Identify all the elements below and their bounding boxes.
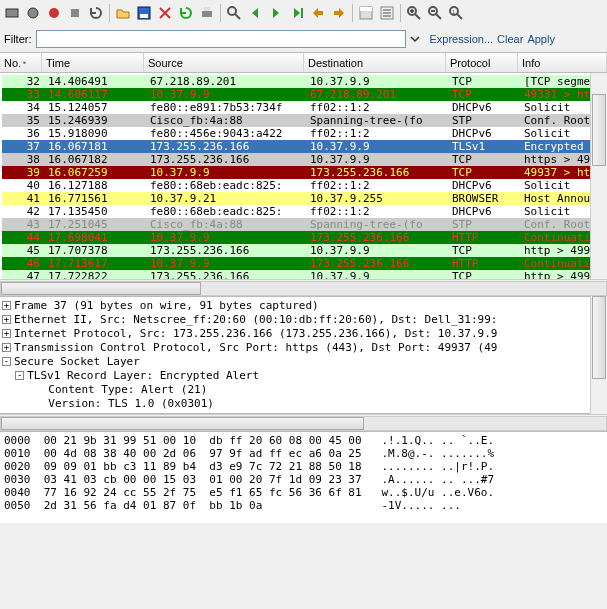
cell: 38	[2, 153, 44, 166]
tree-toggle-icon[interactable]: +	[2, 343, 11, 352]
cell: BROWSER	[448, 192, 520, 205]
tree-toggle-icon[interactable]: +	[2, 329, 11, 338]
clear-button[interactable]: Clear	[497, 33, 523, 45]
tree-toggle-icon[interactable]: +	[2, 301, 11, 310]
packet-bytes-pane[interactable]: 0000 00 21 9b 31 99 51 00 10 db ff 20 60…	[0, 431, 607, 523]
open-icon[interactable]	[113, 3, 133, 23]
cell: TCP	[448, 88, 520, 101]
go-jump-icon[interactable]	[287, 3, 307, 23]
tree-vertical-scrollbar[interactable]	[590, 296, 607, 414]
cell: 35	[2, 114, 44, 127]
cell: 17.698041	[44, 231, 146, 244]
cell: 17.251045	[44, 218, 146, 231]
packet-row[interactable]: 4517.707378173.255.236.16610.37.9.9TCPht…	[2, 244, 607, 257]
tree-node[interactable]: +Transmission Control Protocol, Src Port…	[2, 341, 607, 355]
cell: 67.218.89.201	[146, 75, 306, 88]
save-icon[interactable]	[134, 3, 154, 23]
packet-row[interactable]: 3615.918090fe80::456e:9043:a422ff02::1:2…	[2, 127, 607, 140]
packet-row[interactable]: 4016.127188fe80::68eb:eadc:825:ff02::1:2…	[2, 179, 607, 192]
tree-node[interactable]: Version: TLS 1.0 (0x0301)	[2, 397, 607, 411]
cell: 173.255.236.166	[146, 140, 306, 153]
cell: fe80::68eb:eadc:825:	[146, 179, 306, 192]
packet-row[interactable]: 3916.06725910.37.9.9173.255.236.166TCP49…	[2, 166, 607, 179]
svg-point-1	[28, 8, 38, 18]
packet-row[interactable]: 3314.60611710.37.9.967.218.89.201TCP4933…	[2, 88, 607, 101]
packet-row[interactable]: 4417.69804110.37.9.9173.255.236.166HTTPC…	[2, 231, 607, 244]
cell: fe80::68eb:eadc:825:	[146, 205, 306, 218]
tree-toggle-icon[interactable]: +	[2, 315, 11, 324]
svg-rect-11	[360, 7, 372, 11]
packet-row[interactable]: 4617.71361710.37.9.9173.255.236.166HTTPC…	[2, 257, 607, 270]
filter-input[interactable]	[36, 30, 406, 48]
horizontal-scrollbar[interactable]	[0, 279, 607, 296]
cell: 17.707378	[44, 244, 146, 257]
cell: 16.067259	[44, 166, 146, 179]
column-header-source[interactable]: Source	[144, 53, 304, 72]
close-icon[interactable]	[155, 3, 175, 23]
cell: DHCPv6	[448, 205, 520, 218]
sort-indicator-icon: ▪	[23, 58, 26, 67]
tree-node[interactable]: Content Type: Alert (21)	[2, 383, 607, 397]
hex-line: 0050 2d 31 56 fa d4 01 87 0f bb 1b 0a -1…	[4, 499, 603, 512]
tree-node[interactable]: +Frame 37 (91 bytes on wire, 91 bytes ca…	[2, 299, 607, 313]
packet-row[interactable]: 4217.135450fe80::68eb:eadc:825:ff02::1:2…	[2, 205, 607, 218]
zoom-out-icon[interactable]	[425, 3, 445, 23]
tree-label: Internet Protocol, Src: 173.255.236.166 …	[14, 327, 497, 340]
packet-row[interactable]: 3415.124057fe80::e891:7b53:734fff02::1:2…	[2, 101, 607, 114]
column-header-no[interactable]: No.▪	[0, 53, 42, 72]
cell: 10.37.9.9	[306, 244, 448, 257]
column-header-info[interactable]: Info	[518, 53, 607, 72]
packet-row[interactable]: 3214.40649167.218.89.20110.37.9.9TCP[TCP…	[2, 75, 607, 88]
packet-row[interactable]: 4116.77156110.37.9.2110.37.9.255BROWSERH…	[2, 192, 607, 205]
find-icon[interactable]	[224, 3, 244, 23]
capture-options-icon[interactable]	[23, 3, 43, 23]
cell: 16.067181	[44, 140, 146, 153]
column-header-destination[interactable]: Destination	[304, 53, 446, 72]
cell: 14.606117	[44, 88, 146, 101]
go-last-icon[interactable]	[329, 3, 349, 23]
packet-row[interactable]: 3515.246939Cisco_fb:4a:88Spanning-tree-(…	[2, 114, 607, 127]
go-next-icon[interactable]	[266, 3, 286, 23]
vertical-scrollbar[interactable]	[590, 73, 607, 279]
tree-label: Ethernet II, Src: Netscree_ff:20:60 (00:…	[14, 313, 497, 326]
column-header-time[interactable]: Time	[42, 53, 144, 72]
zoom-in-icon[interactable]	[404, 3, 424, 23]
capture-interfaces-icon[interactable]	[2, 3, 22, 23]
cell: 67.218.89.201	[306, 88, 448, 101]
expression-button[interactable]: Expression...	[430, 33, 494, 45]
tree-node[interactable]: -Secure Socket Layer	[2, 355, 607, 369]
cell: 16.771561	[44, 192, 146, 205]
tree-node[interactable]: +Internet Protocol, Src: 173.255.236.166…	[2, 327, 607, 341]
tree-horizontal-scrollbar[interactable]	[0, 414, 607, 431]
packet-row[interactable]: 3716.067181173.255.236.16610.37.9.9TLSv1…	[2, 140, 607, 153]
colorize-icon[interactable]	[356, 3, 376, 23]
cell: 44	[2, 231, 44, 244]
packet-details-pane[interactable]: +Frame 37 (91 bytes on wire, 91 bytes ca…	[0, 296, 607, 414]
tree-node[interactable]: -TLSv1 Record Layer: Encrypted Alert	[2, 369, 607, 383]
filter-dropdown-icon[interactable]	[410, 34, 426, 44]
cell: 16.067182	[44, 153, 146, 166]
column-header-protocol[interactable]: Protocol	[446, 53, 518, 72]
reload-icon[interactable]	[176, 3, 196, 23]
tree-node[interactable]: +Ethernet II, Src: Netscree_ff:20:60 (00…	[2, 313, 607, 327]
auto-scroll-icon[interactable]	[377, 3, 397, 23]
print-icon[interactable]	[197, 3, 217, 23]
tree-toggle-icon[interactable]: -	[15, 371, 24, 380]
go-first-icon[interactable]	[308, 3, 328, 23]
capture-stop-icon[interactable]	[65, 3, 85, 23]
cell: ff02::1:2	[306, 101, 448, 114]
packet-row[interactable]: 4317.251045Cisco_fb:4a:88Spanning-tree-(…	[2, 218, 607, 231]
packet-row[interactable]: 3816.067182173.255.236.16610.37.9.9TCPht…	[2, 153, 607, 166]
tree-label: Secure Socket Layer	[14, 355, 140, 368]
packet-list-rows[interactable]: 3214.40649167.218.89.20110.37.9.9TCP[TCP…	[0, 73, 607, 296]
zoom-reset-icon[interactable]: 1	[446, 3, 466, 23]
cell: 40	[2, 179, 44, 192]
apply-button[interactable]: Apply	[527, 33, 555, 45]
tree-label: TLSv1 Record Layer: Encrypted Alert	[27, 369, 259, 382]
cell: 46	[2, 257, 44, 270]
tree-toggle-icon[interactable]: -	[2, 357, 11, 366]
go-prev-icon[interactable]	[245, 3, 265, 23]
capture-restart-icon[interactable]	[86, 3, 106, 23]
svg-point-2	[49, 8, 59, 18]
capture-start-icon[interactable]	[44, 3, 64, 23]
